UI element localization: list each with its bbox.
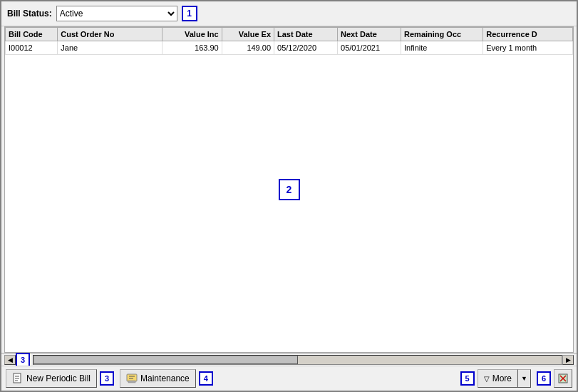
col-header-remaining-occ: Remaining Occ <box>401 28 483 41</box>
document-icon <box>12 373 24 384</box>
scroll-right-arrow[interactable]: ▶ <box>562 355 574 365</box>
bills-table-container: Bill Code Cust Order No Value Inc Value … <box>4 26 574 353</box>
main-window: Bill Status: Active Inactive All 1 Bill … <box>0 0 578 392</box>
horizontal-scrollbar-area: ◀ 3 ▶ <box>1 353 577 366</box>
col-header-next-date: Next Date <box>338 28 401 41</box>
chevron-down-icon: ▽ <box>484 375 490 383</box>
badge-3-bottom: 3 <box>100 371 114 386</box>
cell-last-date: 05/12/2020 <box>274 41 338 55</box>
col-header-bill-code: Bill Code <box>6 28 58 41</box>
new-periodic-label: New Periodic Bill <box>26 373 91 383</box>
col-header-cust-order: Cust Order No <box>58 28 162 41</box>
col-header-value-ex: Value Ex <box>222 28 274 41</box>
scroll-left-arrow[interactable]: ◀ <box>4 355 16 365</box>
scrollbar-thumb[interactable] <box>33 356 298 364</box>
col-header-recurrence: Recurrence D <box>483 28 573 41</box>
table-body: I00012 Jane 163.90 149.00 05/12/2020 05/… <box>6 41 573 55</box>
more-button[interactable]: ▽ More <box>478 369 518 388</box>
maintenance-button[interactable]: Maintenance <box>120 369 196 388</box>
bill-status-label: Bill Status: <box>7 9 52 19</box>
maintenance-icon <box>126 373 138 384</box>
cell-value-ex: 149.00 <box>222 41 274 55</box>
more-group: ▽ More ▼ <box>478 369 531 388</box>
more-dropdown-arrow[interactable]: ▼ <box>518 369 531 388</box>
badge-3: 3 <box>16 353 30 367</box>
dropdown-chevron-icon: ▼ <box>521 375 527 382</box>
badge-2: 2 <box>279 179 300 200</box>
cell-bill-code: I00012 <box>6 41 58 55</box>
svg-rect-7 <box>128 381 135 383</box>
cell-cust-order: Jane <box>58 41 162 55</box>
table-header-row: Bill Code Cust Order No Value Inc Value … <box>6 28 573 41</box>
cell-remaining-occ: Infinite <box>401 41 483 55</box>
table-row[interactable]: I00012 Jane 163.90 149.00 05/12/2020 05/… <box>6 41 573 55</box>
exit-button[interactable] <box>554 369 572 388</box>
badge-5-bottom: 5 <box>460 371 475 386</box>
cell-value-inc: 163.90 <box>162 41 222 55</box>
badge-6-bottom: 6 <box>537 371 551 386</box>
more-label: More <box>492 373 512 383</box>
bottom-bar: New Periodic Bill 3 Maintenance 4 5 ▽ Mo… <box>1 366 577 391</box>
col-header-value-inc: Value Inc <box>162 28 222 41</box>
svg-rect-4 <box>127 374 137 381</box>
horizontal-scrollbar[interactable] <box>33 355 562 365</box>
new-periodic-bill-button[interactable]: New Periodic Bill <box>6 369 97 388</box>
bills-table: Bill Code Cust Order No Value Inc Value … <box>5 27 573 55</box>
badge-4-bottom: 4 <box>199 371 213 386</box>
exit-icon <box>558 373 568 383</box>
bill-status-select[interactable]: Active Inactive All <box>56 6 177 21</box>
cell-next-date: 05/01/2021 <box>338 41 401 55</box>
col-header-last-date: Last Date <box>274 28 338 41</box>
maintenance-label: Maintenance <box>140 373 190 383</box>
cell-recurrence: Every 1 month <box>483 41 573 55</box>
badge-1: 1 <box>182 6 197 21</box>
toolbar: Bill Status: Active Inactive All 1 <box>1 1 577 26</box>
